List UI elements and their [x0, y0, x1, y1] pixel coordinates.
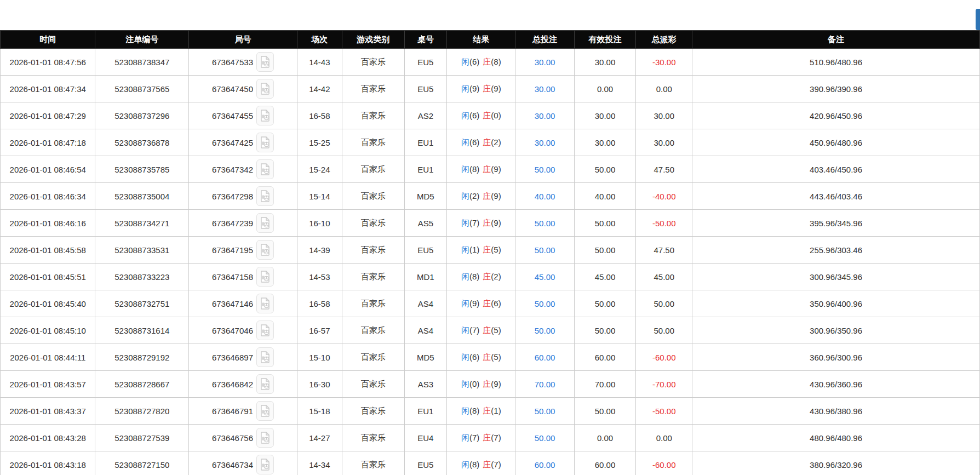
video-file-icon — [260, 432, 270, 444]
session-cell: 16-30 — [297, 371, 342, 398]
table-row: 2026-01-01 08:47:34 523088737565 6736474… — [1, 76, 980, 102]
result-cell: 闲(2)庄(9) — [447, 183, 515, 210]
table-row: 2026-01-01 08:47:18 523088736878 6736474… — [1, 129, 980, 156]
round-id-cell: 673647046 — [189, 317, 297, 344]
banker-score: (5) — [491, 325, 501, 335]
remark-cell: 510.96/480.96 — [692, 49, 980, 76]
banker-label: 庄 — [483, 299, 491, 308]
player-label: 闲 — [461, 379, 469, 388]
player-score: (9) — [469, 299, 479, 308]
video-replay-button[interactable] — [256, 374, 274, 394]
total-bet-cell[interactable]: 30.00 — [515, 49, 574, 76]
total-bet-cell[interactable]: 60.00 — [515, 344, 574, 371]
time-cell: 2026-01-01 08:43:37 — [1, 398, 95, 425]
video-replay-button[interactable] — [256, 52, 274, 72]
round-id-value: 673646842 — [212, 380, 253, 389]
video-replay-button[interactable] — [256, 294, 274, 313]
remark-cell: 420.96/450.96 — [692, 102, 980, 129]
column-header-bet-id: 注单编号 — [95, 31, 189, 49]
video-replay-button[interactable] — [256, 106, 274, 125]
round-id-cell: 673647450 — [189, 76, 297, 102]
banker-score: (8) — [491, 57, 501, 66]
video-replay-button[interactable] — [256, 428, 274, 448]
video-file-icon — [260, 405, 270, 417]
total-bet-cell[interactable]: 50.00 — [515, 398, 574, 425]
time-cell: 2026-01-01 08:43:57 — [1, 371, 95, 398]
player-score: (9) — [469, 84, 479, 93]
video-replay-button[interactable] — [256, 159, 274, 179]
total-bet-cell[interactable]: 50.00 — [515, 317, 574, 344]
total-bet-cell[interactable]: 70.00 — [515, 371, 574, 398]
video-file-icon — [260, 190, 270, 202]
player-label: 闲 — [461, 111, 469, 120]
video-replay-button[interactable] — [256, 133, 274, 152]
table-row: 2026-01-01 08:45:58 523088733531 6736471… — [1, 237, 980, 264]
valid-bet-cell: 70.00 — [574, 371, 636, 398]
payout-cell: -70.00 — [636, 371, 692, 398]
session-cell: 14-27 — [297, 425, 342, 451]
valid-bet-cell: 30.00 — [574, 129, 636, 156]
player-label: 闲 — [461, 84, 469, 93]
player-label: 闲 — [461, 164, 469, 174]
payout-cell: 47.50 — [636, 237, 692, 264]
video-replay-button[interactable] — [256, 213, 274, 233]
bet-id-cell: 523088728667 — [95, 371, 189, 398]
video-replay-button[interactable] — [256, 455, 274, 474]
game-type-cell: 百家乐 — [342, 451, 404, 475]
video-file-icon — [260, 271, 270, 283]
banker-score: (7) — [491, 460, 501, 469]
payout-cell: 30.00 — [636, 129, 692, 156]
video-replay-button[interactable] — [256, 321, 274, 340]
payout-cell: -60.00 — [636, 451, 692, 475]
round-id-cell: 673647195 — [189, 237, 297, 264]
total-bet-cell[interactable]: 50.00 — [515, 237, 574, 264]
result-cell: 闲(1)庄(5) — [447, 237, 515, 264]
partial-blue-button[interactable] — [976, 9, 980, 30]
total-bet-cell[interactable]: 50.00 — [515, 156, 574, 183]
table-no-cell: MD1 — [404, 264, 447, 290]
video-file-icon — [260, 56, 270, 68]
video-replay-button[interactable] — [256, 186, 274, 206]
round-id-value: 673647533 — [212, 58, 253, 67]
total-bet-cell[interactable]: 30.00 — [515, 102, 574, 129]
bet-id-cell: 523088729192 — [95, 344, 189, 371]
player-score: (6) — [469, 352, 479, 362]
banker-label: 庄 — [483, 191, 491, 201]
table-no-cell: AS5 — [404, 210, 447, 237]
player-score: (7) — [469, 325, 479, 335]
player-label: 闲 — [461, 191, 469, 201]
session-cell: 15-24 — [297, 156, 342, 183]
total-bet-cell[interactable]: 30.00 — [515, 76, 574, 102]
total-bet-cell[interactable]: 40.00 — [515, 183, 574, 210]
round-id-cell: 673646791 — [189, 398, 297, 425]
table-header: 时间 注单编号 局号 场次 游戏类别 桌号 结果 总投注 有效投注 总派彩 备注 — [1, 31, 980, 49]
total-bet-cell[interactable]: 50.00 — [515, 425, 574, 451]
time-cell: 2026-01-01 08:45:10 — [1, 317, 95, 344]
video-replay-button[interactable] — [256, 240, 274, 260]
page: 时间 注单编号 局号 场次 游戏类别 桌号 结果 总投注 有效投注 总派彩 备注… — [0, 0, 980, 475]
video-file-icon — [260, 110, 270, 122]
total-bet-cell[interactable]: 30.00 — [515, 129, 574, 156]
total-bet-cell[interactable]: 60.00 — [515, 451, 574, 475]
banker-label: 庄 — [483, 164, 491, 174]
valid-bet-cell: 0.00 — [574, 76, 636, 102]
video-replay-button[interactable] — [256, 347, 274, 367]
column-header-valid-bet: 有效投注 — [574, 31, 636, 49]
video-file-icon — [260, 324, 270, 336]
time-cell: 2026-01-01 08:45:58 — [1, 237, 95, 264]
valid-bet-cell: 50.00 — [574, 210, 636, 237]
video-replay-button[interactable] — [256, 267, 274, 287]
round-id-cell: 673646734 — [189, 451, 297, 475]
total-bet-cell[interactable]: 45.00 — [515, 264, 574, 290]
video-replay-button[interactable] — [256, 79, 274, 99]
banker-label: 庄 — [483, 245, 491, 254]
valid-bet-cell: 50.00 — [574, 156, 636, 183]
total-bet-cell[interactable]: 50.00 — [515, 290, 574, 317]
player-score: (6) — [469, 111, 479, 120]
video-replay-button[interactable] — [256, 401, 274, 421]
total-bet-cell[interactable]: 50.00 — [515, 210, 574, 237]
banker-score: (5) — [491, 245, 501, 254]
table-no-cell: EU5 — [404, 49, 447, 76]
table-no-cell: EU5 — [404, 76, 447, 102]
remark-cell: 443.46/403.46 — [692, 183, 980, 210]
